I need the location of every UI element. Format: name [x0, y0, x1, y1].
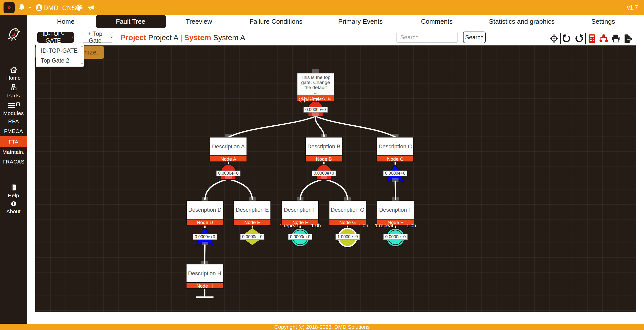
- fault-tree-diagram: [35, 45, 636, 312]
- event-annotations: 1 repeat 1.0h: [280, 223, 321, 229]
- tree-node-d[interactable]: Description D Node D: [186, 200, 224, 226]
- node-id-bar: Node H: [187, 282, 223, 288]
- menu-scrollbar[interactable]: [80, 43, 84, 67]
- tab-primary-events[interactable]: Primary Events: [338, 15, 383, 28]
- port-handle[interactable]: [225, 134, 232, 137]
- sidebar-item-rpa[interactable]: RPA: [0, 118, 27, 124]
- exposure-time-label: 1.0h: [406, 223, 416, 229]
- node-description: Description C: [377, 138, 413, 155]
- search-button[interactable]: Search: [463, 32, 486, 43]
- tab-treeview[interactable]: Treeview: [186, 15, 212, 28]
- gate-value-label: 0.0000e+0: [384, 234, 408, 240]
- version-label: v1.7: [627, 4, 638, 11]
- sidebar-item-modules[interactable]: Modules: [0, 102, 27, 116]
- scroll-down-icon[interactable]: [81, 63, 83, 65]
- gate-selector-label: ID-TOP-GATE: [37, 31, 69, 44]
- node-id-bar: Node B: [306, 155, 342, 161]
- port-handle[interactable]: [321, 176, 327, 179]
- sidebar-item-fracas[interactable]: FRACAS: [0, 159, 27, 165]
- port-handle[interactable]: [312, 69, 319, 73]
- port-handle[interactable]: [344, 197, 351, 201]
- sidebar-item-fmeca[interactable]: FMECA: [0, 128, 27, 134]
- sidebar-item-help[interactable]: Help: [0, 183, 27, 199]
- page-title: Project Project A | System System A: [120, 33, 245, 42]
- port-handle[interactable]: [392, 178, 398, 182]
- node-description: This is the top gate. Change the default: [297, 73, 334, 91]
- toolbar-divider: [560, 33, 561, 44]
- center-target-icon[interactable]: [549, 34, 559, 43]
- parts-cubes-icon: [9, 84, 18, 92]
- gate-value-label: 0.0000e+0: [240, 234, 264, 240]
- tree-node-h[interactable]: Description H Node H: [186, 264, 224, 289]
- sidebar-item-maintain[interactable]: Maintain.: [0, 149, 27, 155]
- node-ellipsis: ...: [297, 91, 334, 95]
- event-annotations: 1 repeat 1.0h: [375, 223, 416, 229]
- menu-item-top-gate-2[interactable]: Top Gate 2: [36, 56, 80, 66]
- chevron-down-icon: [71, 37, 74, 38]
- tree-node-c[interactable]: Description C Node C: [376, 137, 414, 162]
- bell-icon[interactable]: [17, 3, 26, 12]
- printer-icon[interactable]: [611, 34, 621, 43]
- port-handle[interactable]: [312, 113, 319, 116]
- menu-item-id-top-gate[interactable]: ID-TOP-GATE: [36, 46, 80, 56]
- calculator-icon[interactable]: [587, 34, 596, 43]
- tree-node-f2[interactable]: Description F Node F: [377, 200, 414, 226]
- sidebar-collapse-button[interactable]: »: [4, 2, 15, 13]
- sidebar-item-about[interactable]: About: [0, 200, 27, 214]
- port-handle[interactable]: [225, 176, 232, 179]
- port-handle[interactable]: [202, 242, 208, 245]
- repeat-label: 1 repeat: [280, 223, 298, 229]
- port-handle[interactable]: [392, 134, 398, 137]
- node-id-bar: Node C: [377, 155, 413, 161]
- home-icon: [9, 66, 18, 74]
- tab-comments[interactable]: Comments: [421, 15, 453, 28]
- fault-tree-canvas[interactable]: This is the top gate. Change the default…: [35, 45, 636, 312]
- bell-caret-icon[interactable]: [29, 7, 31, 9]
- tab-fault-tree[interactable]: Fault Tree: [116, 15, 145, 28]
- user-icon[interactable]: [35, 3, 43, 12]
- port-handle[interactable]: [297, 197, 303, 201]
- tab-failure-conditions[interactable]: Failure Conditions: [250, 15, 302, 28]
- add-top-gate-label: + Top Gate: [82, 31, 108, 44]
- exposure-time-label: 1.0h: [358, 223, 368, 229]
- export-icon[interactable]: [623, 34, 633, 43]
- add-top-gate-button[interactable]: + Top Gate: [82, 32, 113, 43]
- tree-node-f1[interactable]: Description F Node F: [281, 200, 319, 226]
- gate-value-label: 0.0000e+0: [193, 234, 217, 240]
- tree-node-g[interactable]: Description G Node G: [329, 200, 366, 226]
- port-handle[interactable]: [392, 197, 399, 201]
- undo-icon[interactable]: [562, 34, 571, 43]
- sidebar: Home Parts Modules RPA FMECA FTA: [0, 15, 27, 324]
- megaphone-icon[interactable]: [87, 3, 96, 12]
- node-id-bar: Node A: [210, 155, 247, 161]
- exposure-time-label: 1.0h: [311, 223, 321, 229]
- topbar: » DMD_CNS v1.7: [0, 0, 644, 15]
- gate-value-label: 0.0000e+0: [312, 171, 336, 176]
- gate-value-label: 0.0000e+0: [383, 171, 407, 176]
- tab-settings[interactable]: Settings: [591, 15, 615, 28]
- port-handle[interactable]: [249, 197, 256, 201]
- tab-statistics-and-graphics[interactable]: Statistics and graphics: [489, 15, 555, 28]
- port-handle[interactable]: [201, 261, 208, 264]
- palette-icon[interactable]: [75, 3, 84, 12]
- search-input[interactable]: [396, 32, 458, 43]
- scroll-up-icon[interactable]: [81, 45, 83, 47]
- node-description: Description F: [377, 201, 414, 219]
- port-handle[interactable]: [321, 134, 327, 137]
- tab-home[interactable]: Home: [57, 15, 74, 28]
- tree-node-b[interactable]: Description B Node B: [305, 137, 343, 162]
- user-caret-icon[interactable]: [71, 7, 74, 9]
- tree-node-e[interactable]: Description E Node E: [233, 200, 271, 226]
- about-info-icon: [10, 200, 17, 207]
- gate-value-label: 0.0000e+0: [304, 107, 328, 113]
- gate-selector-dropdown[interactable]: ID-TOP-GATE: [37, 32, 74, 43]
- sidebar-item-parts[interactable]: Parts: [0, 84, 27, 99]
- port-handle[interactable]: [202, 197, 208, 201]
- sidebar-item-home[interactable]: Home: [0, 66, 27, 81]
- node-description: Description G: [329, 201, 366, 219]
- sidebar-item-fta-active[interactable]: FTA: [0, 136, 27, 147]
- diagram-layout-icon[interactable]: [598, 34, 609, 43]
- event-annotations: 1.0h: [327, 223, 368, 229]
- redo-icon[interactable]: [574, 34, 584, 43]
- tree-node-a[interactable]: Description A Node A: [209, 137, 247, 162]
